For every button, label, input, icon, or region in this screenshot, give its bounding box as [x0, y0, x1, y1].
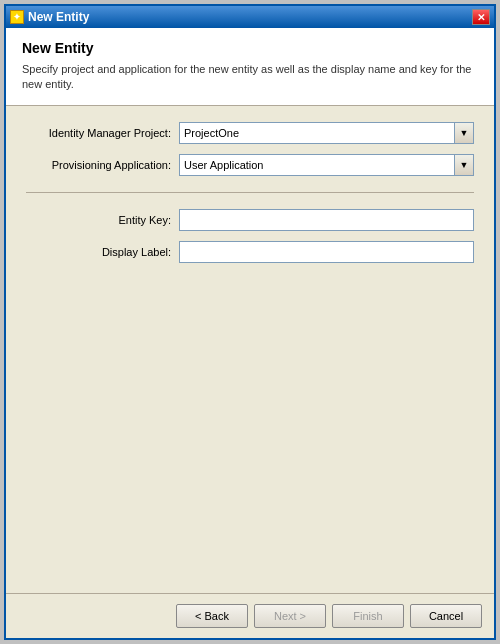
dialog-title: New Entity [22, 40, 478, 56]
title-bar: ✦ New Entity ✕ [6, 6, 494, 28]
entity-key-row: Entity Key: [26, 209, 474, 231]
provisioning-application-row: Provisioning Application: User Applicati… [26, 154, 474, 176]
back-button[interactable]: < Back [176, 604, 248, 628]
provisioning-application-dropdown[interactable]: User Application [179, 154, 474, 176]
entity-key-input[interactable] [179, 209, 474, 231]
form-separator [26, 192, 474, 193]
window-icon: ✦ [10, 10, 24, 24]
identity-manager-project-dropdown[interactable]: ProjectOne [179, 122, 474, 144]
header-section: New Entity Specify project and applicati… [6, 28, 494, 106]
display-label-input[interactable] [179, 241, 474, 263]
dialog-window: ✦ New Entity ✕ New Entity Specify projec… [4, 4, 496, 640]
display-label-wrapper [179, 241, 474, 263]
title-bar-text: ✦ New Entity [10, 10, 89, 24]
entity-key-wrapper [179, 209, 474, 231]
display-label-label: Display Label: [26, 246, 171, 258]
identity-manager-project-wrapper: ProjectOne ▼ [179, 122, 474, 144]
close-button[interactable]: ✕ [472, 9, 490, 25]
display-label-row: Display Label: [26, 241, 474, 263]
cancel-button[interactable]: Cancel [410, 604, 482, 628]
dialog-description: Specify project and application for the … [22, 62, 478, 93]
provisioning-application-label: Provisioning Application: [26, 159, 171, 171]
footer: < Back Next > Finish Cancel [6, 593, 494, 638]
form-section: Identity Manager Project: ProjectOne ▼ P… [6, 106, 494, 593]
finish-button[interactable]: Finish [332, 604, 404, 628]
window-title: New Entity [28, 10, 89, 24]
identity-manager-project-label: Identity Manager Project: [26, 127, 171, 139]
entity-key-label: Entity Key: [26, 214, 171, 226]
form-spacer [26, 273, 474, 577]
title-bar-buttons: ✕ [472, 9, 490, 25]
next-button[interactable]: Next > [254, 604, 326, 628]
identity-manager-project-row: Identity Manager Project: ProjectOne ▼ [26, 122, 474, 144]
provisioning-application-wrapper: User Application ▼ [179, 154, 474, 176]
